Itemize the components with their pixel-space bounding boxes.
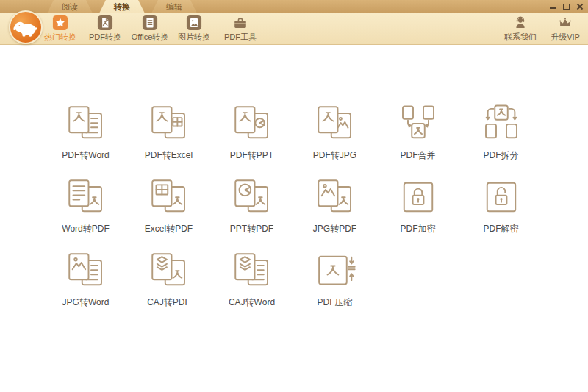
grid-item-label: PPT转PDF (230, 223, 273, 235)
tab-convert[interactable]: 转换 (99, 0, 145, 13)
grid-item-pdf-to-excel[interactable]: PDF转Excel (127, 103, 210, 177)
toolbar-item-contact-us[interactable]: 联系我们 (497, 15, 544, 43)
tab-label: 编辑 (166, 1, 182, 13)
excel-to-pdf-icon (148, 177, 190, 218)
grid-item-label: CAJ转Word (229, 296, 275, 309)
grid-item-pdf-compress[interactable]: PDF压缩 (293, 250, 376, 324)
crown-icon (557, 15, 573, 31)
grid-item-label: JPG转PDF (313, 223, 356, 235)
tab-label: 转换 (114, 1, 130, 13)
toolbox-icon (232, 15, 248, 31)
close-button[interactable] (576, 3, 584, 10)
grid-item-label: PDF合并 (401, 149, 436, 162)
grid-item-label: PDF转JPG (313, 149, 356, 162)
pdf-merge-icon (398, 103, 439, 144)
hot-star-icon (52, 15, 68, 31)
grid-item-caj-to-pdf[interactable]: CAJ转PDF (127, 250, 210, 324)
pdf-decrypt-icon (481, 177, 522, 218)
pdf-encrypt-icon (398, 177, 439, 218)
headset-person-icon (512, 15, 528, 31)
grid-item-label: CAJ转PDF (147, 296, 190, 309)
pdf-to-ppt-icon (232, 103, 273, 144)
tab-strip: 阅读转换编辑 (47, 0, 204, 13)
grid-item-caj-to-word[interactable]: CAJ转Word (210, 250, 293, 324)
window-controls (549, 3, 584, 10)
toolbar: 热门转换 PDF转换 Office转换 图片转换 PDF工具 联系我们 升级VI… (0, 13, 588, 45)
pdf-split-icon (481, 103, 522, 144)
grid-item-word-to-pdf[interactable]: Word转PDF (44, 177, 127, 250)
pdf-to-jpg-icon (315, 103, 356, 144)
toolbar-item-pdf-tools[interactable]: PDF工具 (217, 15, 264, 43)
grid-item-pdf-to-ppt[interactable]: PDF转PPT (210, 103, 293, 177)
elephant-mascot-icon (10, 12, 41, 43)
grid-item-label: PDF加密 (401, 223, 436, 235)
grid-item-excel-to-pdf[interactable]: Excel转PDF (127, 177, 210, 250)
toolbar-item-upgrade-vip[interactable]: 升级VIP (542, 15, 588, 43)
pdf-file-icon (97, 15, 113, 31)
image-file-icon (186, 15, 202, 31)
toolbar-item-label: 图片转换 (171, 32, 218, 43)
app-logo (9, 10, 43, 44)
grid-item-pdf-split[interactable]: PDF拆分 (459, 103, 542, 177)
grid-item-label: PDF转PPT (230, 149, 273, 162)
grid-item-pdf-to-word[interactable]: PDF转Word (44, 103, 127, 177)
toolbar-item-image-convert[interactable]: 图片转换 (171, 15, 218, 43)
toolbar-item-label: 热门转换 (37, 32, 84, 43)
grid-item-label: PDF解密 (484, 223, 519, 235)
grid-item-label: Excel转PDF (145, 223, 193, 235)
maximize-button[interactable] (562, 3, 570, 10)
toolbar-item-pdf-convert[interactable]: PDF转换 (82, 15, 129, 43)
grid-item-jpg-to-pdf[interactable]: JPG转PDF (293, 177, 376, 250)
conversion-grid: PDF转WordPDF转Excel PDF转PPTPDF转JPGPDF合并PDF… (44, 103, 542, 324)
grid-item-label: PDF转Word (62, 149, 109, 162)
pdf-compress-icon (315, 250, 356, 291)
app-window: 阅读转换编辑 热门转换 PDF转换 Office转换 图片转换 PDF工具 联系… (0, 0, 588, 392)
tab-read[interactable]: 阅读 (47, 0, 93, 13)
jpg-to-pdf-icon (315, 177, 356, 218)
minimize-button[interactable] (549, 3, 557, 10)
ppt-to-pdf-icon (232, 177, 273, 218)
grid-item-jpg-to-word[interactable]: JPG转Word (44, 250, 127, 324)
toolbar-item-label: PDF转换 (82, 32, 129, 43)
grid-item-label: Word转PDF (62, 223, 109, 235)
toolbar-item-label: 升级VIP (542, 32, 588, 43)
jpg-to-word-icon (65, 250, 107, 291)
toolbar-item-label: PDF工具 (217, 32, 264, 43)
pdf-to-word-icon (65, 103, 107, 144)
grid-item-pdf-decrypt[interactable]: PDF解密 (459, 177, 542, 250)
office-doc-icon (142, 15, 158, 31)
grid-item-ppt-to-pdf[interactable]: PPT转PDF (210, 177, 293, 250)
grid-item-pdf-encrypt[interactable]: PDF加密 (376, 177, 459, 250)
grid-item-pdf-merge[interactable]: PDF合并 (376, 103, 459, 177)
pdf-to-excel-icon (148, 103, 190, 144)
main-area: PDF转WordPDF转Excel PDF转PPTPDF转JPGPDF合并PDF… (0, 45, 588, 392)
caj-to-pdf-icon (148, 250, 190, 291)
toolbar-item-hot-convert[interactable]: 热门转换 (37, 15, 84, 43)
toolbar-item-label: 联系我们 (497, 32, 544, 43)
toolbar-item-label: Office转换 (126, 32, 173, 43)
tab-edit[interactable]: 编辑 (151, 0, 197, 13)
tab-label: 阅读 (62, 1, 78, 13)
word-to-pdf-icon (65, 177, 107, 218)
titlebar: 阅读转换编辑 (0, 0, 588, 13)
grid-item-label: PDF转Excel (145, 149, 193, 162)
grid-item-label: JPG转Word (62, 296, 110, 309)
grid-item-pdf-to-jpg[interactable]: PDF转JPG (293, 103, 376, 177)
grid-item-label: PDF压缩 (318, 296, 353, 309)
grid-item-label: PDF拆分 (484, 149, 519, 162)
caj-to-word-icon (232, 250, 273, 291)
toolbar-item-office-convert[interactable]: Office转换 (126, 15, 173, 43)
